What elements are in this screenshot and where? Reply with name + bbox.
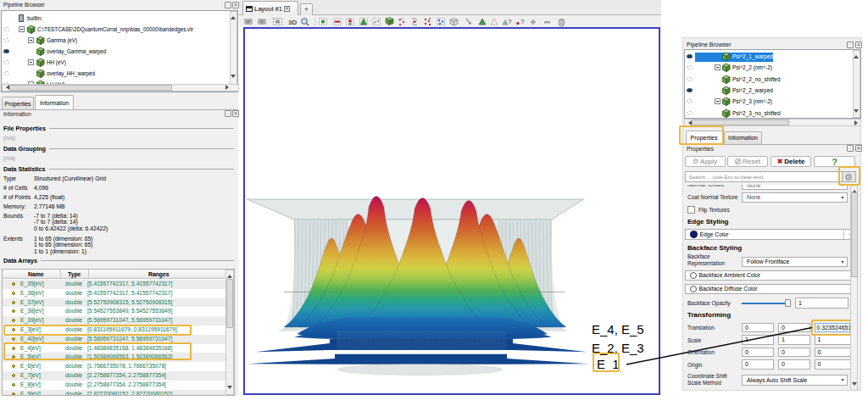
svg-text:?: ? xyxy=(508,18,512,25)
svg-text:?: ? xyxy=(520,18,525,25)
svg-text:3D: 3D xyxy=(288,19,297,26)
